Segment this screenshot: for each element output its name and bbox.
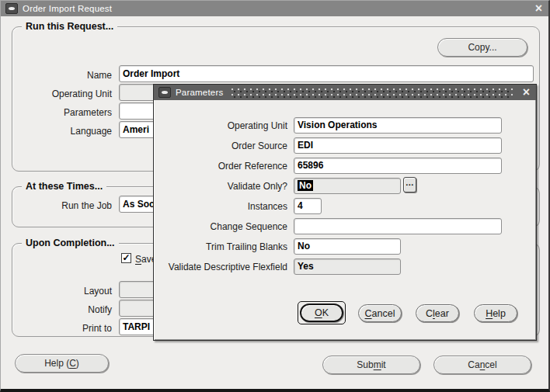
clear-button[interactable]: Clear: [416, 304, 459, 322]
upon-completion-legend: Upon Completion...: [22, 238, 119, 248]
name-label: Name: [1, 70, 112, 81]
layout-label: Layout: [1, 286, 112, 297]
dialog-help-button-label: Help: [486, 308, 506, 319]
dlg-operating-unit-label: Operating Unit: [154, 120, 287, 131]
run-the-job-label: Run the Job: [1, 200, 112, 211]
ok-button-label: OK: [315, 307, 329, 318]
at-these-times-legend: At these Times...: [22, 181, 106, 192]
dlg-instances-field[interactable]: 4: [294, 198, 322, 214]
dlg-validate-flexfield-label: Validate Descriptive Flexfield: [154, 262, 287, 272]
parameters-dialog: Parameters × Operating Unit Vision Opera…: [153, 84, 537, 341]
cancel-button-label: Cancel: [468, 359, 496, 370]
dlg-instances-label: Instances: [154, 201, 287, 212]
dlg-trim-trailing-blanks-field[interactable]: No: [294, 238, 401, 255]
ok-button[interactable]: OK: [300, 304, 343, 322]
help-button-label: Help (C): [44, 358, 79, 369]
cancel-button[interactable]: Cancel: [433, 356, 531, 374]
parameters-dialog-close-icon[interactable]: ×: [521, 86, 531, 99]
dlg-order-source-field[interactable]: EDI: [294, 137, 502, 154]
parameters-dialog-title: Parameters: [176, 88, 223, 97]
dialog-cancel-button-label: Cancel: [365, 308, 395, 319]
dlg-validate-only-field[interactable]: No: [294, 178, 401, 194]
help-button[interactable]: Help (C): [15, 354, 109, 373]
language-label: Language: [1, 126, 112, 137]
copy-button[interactable]: Copy...: [437, 38, 527, 57]
parameters-dialog-titlebar[interactable]: Parameters ×: [154, 85, 536, 100]
ok-default-ring: OK: [298, 301, 346, 324]
dlg-validate-only-label: Validate Only?: [154, 181, 287, 192]
submit-button[interactable]: Submit: [322, 356, 420, 374]
dlg-change-sequence-field[interactable]: [294, 218, 502, 234]
dlg-trim-trailing-blanks-label: Trim Trailing Blanks: [154, 241, 287, 252]
window-titlebar[interactable]: Order Import Request ×: [1, 1, 548, 16]
selected-text: No: [298, 180, 313, 191]
dialog-cancel-button[interactable]: Cancel: [358, 304, 402, 322]
operating-unit-label: Operating Unit: [1, 88, 112, 99]
checkmark-icon: ✓: [122, 252, 130, 263]
titlebar-drag-texture[interactable]: [231, 88, 513, 98]
save-output-checkbox[interactable]: ✓: [121, 253, 131, 263]
print-to-label: Print to: [1, 323, 112, 334]
dlg-change-sequence-label: Change Sequence: [154, 221, 287, 232]
oracle-logo-icon: [158, 87, 171, 98]
dlg-validate-flexfield-field[interactable]: Yes: [294, 258, 401, 275]
dialog-help-button[interactable]: Help: [474, 304, 517, 322]
copy-button-label: Copy...: [468, 42, 496, 53]
dlg-order-reference-label: Order Reference: [154, 161, 287, 172]
window-close-icon[interactable]: ×: [534, 2, 544, 15]
order-import-request-window: Order Import Request × Run this Request.…: [0, 0, 550, 392]
dlg-order-reference-field[interactable]: 65896: [294, 158, 502, 174]
submit-button-label: Submit: [357, 359, 385, 370]
dlg-operating-unit-field[interactable]: Vision Operations: [294, 117, 502, 134]
parameters-label: Parameters: [1, 107, 112, 118]
name-field[interactable]: Order Import: [119, 65, 534, 82]
oracle-logo-icon: [5, 3, 18, 14]
lov-ellipsis-button[interactable]: ...: [403, 177, 416, 193]
clear-button-label: Clear: [426, 308, 449, 319]
window-title: Order Import Request: [23, 4, 112, 13]
notify-label: Notify: [1, 304, 112, 315]
run-this-request-legend: Run this Request...: [22, 21, 117, 32]
dlg-order-source-label: Order Source: [154, 140, 287, 151]
